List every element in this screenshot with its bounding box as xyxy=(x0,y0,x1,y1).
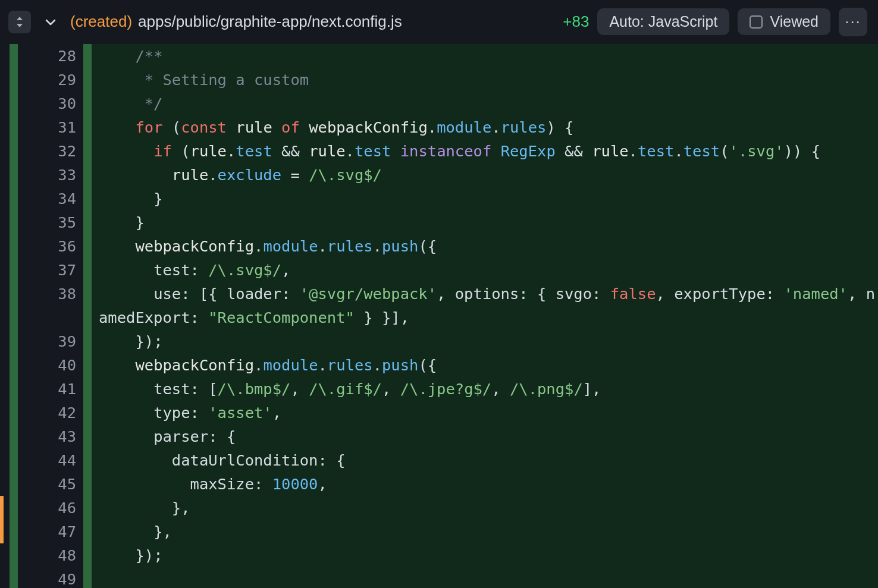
code-line[interactable]: } xyxy=(99,187,878,210)
gutter-row: 29 xyxy=(0,68,92,92)
line-number: 44 xyxy=(18,448,83,472)
ellipsis-icon: ··· xyxy=(845,12,861,31)
code-line[interactable]: rule.exclude = /\.svg$/ xyxy=(99,163,878,187)
line-number: 36 xyxy=(18,234,83,258)
code-line[interactable]: webpackConfig.module.rules.push({ xyxy=(99,234,878,258)
file-header: (created) apps/public/graphite-app/next.… xyxy=(0,0,878,44)
diff-additions: +83 xyxy=(563,12,589,31)
code-line[interactable]: }); xyxy=(99,329,878,353)
code-line[interactable]: }); xyxy=(99,543,878,567)
gutter: 2829303132333435363738394041424344454647… xyxy=(0,44,92,588)
language-selector[interactable]: Auto: JavaScript xyxy=(597,8,729,35)
gutter-row: 30 xyxy=(0,92,92,115)
file-path[interactable]: apps/public/graphite-app/next.config.js xyxy=(138,12,402,31)
line-number: 46 xyxy=(18,496,83,520)
sort-icon xyxy=(14,15,25,29)
line-number: 30 xyxy=(18,92,83,115)
line-number: 38 xyxy=(18,282,83,306)
file-status: (created) xyxy=(70,12,132,31)
code-content[interactable]: /** * Setting a custom */ for (const rul… xyxy=(92,44,878,588)
line-number: 39 xyxy=(18,329,83,353)
viewed-label: Viewed xyxy=(770,13,819,30)
line-number: 47 xyxy=(18,520,83,543)
code-line[interactable]: /** xyxy=(99,44,878,68)
viewed-toggle[interactable]: Viewed xyxy=(738,8,830,35)
chevron-down-button[interactable] xyxy=(39,11,62,33)
gutter-row: 34 xyxy=(0,187,92,210)
code-line[interactable]: } xyxy=(99,210,878,234)
line-number: 35 xyxy=(18,210,83,234)
line-number: 48 xyxy=(18,543,83,567)
gutter-row: 36 xyxy=(0,234,92,258)
gutter-row: 31 xyxy=(0,115,92,139)
line-number: 49 xyxy=(18,567,83,588)
line-number: 34 xyxy=(18,187,83,210)
cursor-marker xyxy=(0,496,4,543)
code-line[interactable]: * Setting a custom xyxy=(99,68,878,92)
line-number: 33 xyxy=(18,163,83,187)
line-number: 42 xyxy=(18,401,83,425)
gutter-row: 38 xyxy=(0,282,92,306)
line-number: 31 xyxy=(18,115,83,139)
code-line[interactable]: use: [{ loader: '@svgr/webpack', options… xyxy=(99,282,878,329)
gutter-row: 49 xyxy=(0,567,92,588)
code-line[interactable]: type: 'asset', xyxy=(99,401,878,425)
code-diff-view: 2829303132333435363738394041424344454647… xyxy=(0,44,878,588)
code-line[interactable]: dataUrlCondition: { xyxy=(99,448,878,472)
gutter-row: 45 xyxy=(0,472,92,496)
gutter-row: 46 xyxy=(0,496,92,520)
chevron-down-icon xyxy=(44,15,57,29)
gutter-row: 32 xyxy=(0,139,92,163)
gutter-row: 41 xyxy=(0,377,92,401)
line-number: 29 xyxy=(18,68,83,92)
gutter-row: 37 xyxy=(0,258,92,282)
language-label: Auto: JavaScript xyxy=(609,13,717,30)
code-line[interactable]: }, xyxy=(99,496,878,520)
code-line[interactable]: maxSize: 10000, xyxy=(99,472,878,496)
gutter-row: 33 xyxy=(0,163,92,187)
line-number: 43 xyxy=(18,425,83,448)
gutter-row: 43 xyxy=(0,425,92,448)
gutter-row: 35 xyxy=(0,210,92,234)
code-line[interactable]: test: /\.svg$/, xyxy=(99,258,878,282)
line-number: 37 xyxy=(18,258,83,282)
line-number: 45 xyxy=(18,472,83,496)
line-number: 28 xyxy=(18,44,83,68)
line-number: 40 xyxy=(18,353,83,377)
code-line[interactable] xyxy=(99,567,878,588)
file-title: (created) apps/public/graphite-app/next.… xyxy=(70,12,554,31)
line-number: 32 xyxy=(18,139,83,163)
code-line[interactable]: webpackConfig.module.rules.push({ xyxy=(99,353,878,377)
code-line[interactable]: test: [/\.bmp$/, /\.gif$/, /\.jpe?g$/, /… xyxy=(99,377,878,401)
line-number: 41 xyxy=(18,377,83,401)
gutter-row xyxy=(0,306,92,329)
code-line[interactable]: }, xyxy=(99,520,878,543)
code-line[interactable]: */ xyxy=(99,92,878,115)
gutter-row: 44 xyxy=(0,448,92,472)
line-number xyxy=(18,306,83,329)
gutter-row: 47 xyxy=(0,520,92,543)
checkbox-empty-icon xyxy=(750,15,763,29)
code-line[interactable]: for (const rule of webpackConfig.module.… xyxy=(99,115,878,139)
code-line[interactable]: parser: { xyxy=(99,425,878,448)
gutter-row: 39 xyxy=(0,329,92,353)
code-line[interactable]: if (rule.test && rule.test instanceof Re… xyxy=(99,139,878,163)
expand-collapse-button[interactable] xyxy=(8,11,31,33)
more-menu-button[interactable]: ··· xyxy=(839,8,867,36)
gutter-row: 40 xyxy=(0,353,92,377)
gutter-row: 48 xyxy=(0,543,92,567)
gutter-row: 28 xyxy=(0,44,92,68)
gutter-row: 42 xyxy=(0,401,92,425)
